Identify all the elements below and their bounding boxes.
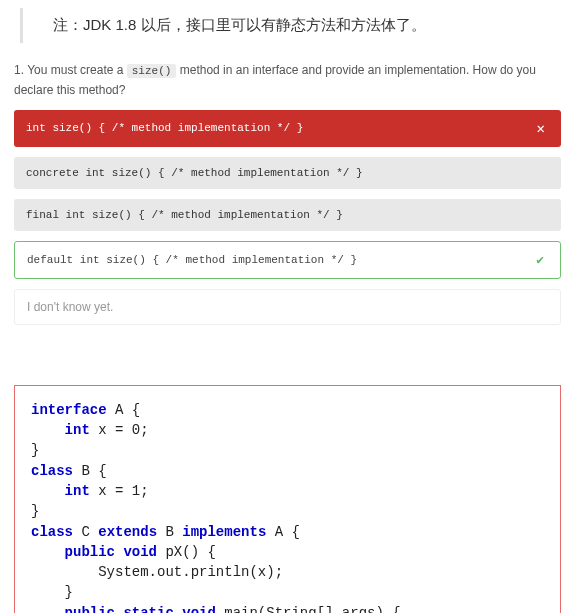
code-text: } bbox=[31, 442, 39, 458]
code-text: } bbox=[31, 584, 73, 600]
question-number: 1. bbox=[14, 63, 24, 77]
code-text bbox=[31, 422, 65, 438]
answer-option-idk[interactable]: I don't know yet. bbox=[14, 289, 561, 325]
code-block: interface A { int x = 0; } class B { int… bbox=[14, 385, 561, 613]
code-text bbox=[31, 544, 65, 560]
answer-text: final int size() { /* method implementat… bbox=[26, 209, 343, 221]
answer-option[interactable]: final int size() { /* method implementat… bbox=[14, 199, 561, 231]
answer-list: int size() { /* method implementation */… bbox=[0, 110, 575, 325]
answer-option-wrong[interactable]: int size() { /* method implementation */… bbox=[14, 110, 561, 147]
note-block: 注：JDK 1.8 以后，接口里可以有静态方法和方法体了。 bbox=[20, 8, 555, 43]
answer-text: concrete int size() { /* method implemen… bbox=[26, 167, 363, 179]
question-text: 1. You must create a size() method in an… bbox=[0, 61, 575, 110]
code-text: x = 1; bbox=[90, 483, 149, 499]
code-kw: class bbox=[31, 524, 73, 540]
close-icon: ✕ bbox=[533, 120, 549, 137]
code-text: x = 0; bbox=[90, 422, 149, 438]
code-text: C bbox=[73, 524, 98, 540]
code-kw: extends bbox=[98, 524, 157, 540]
code-kw: int bbox=[65, 483, 90, 499]
answer-option[interactable]: concrete int size() { /* method implemen… bbox=[14, 157, 561, 189]
check-icon: ✔ bbox=[532, 252, 548, 268]
code-kw: public void bbox=[65, 544, 157, 560]
note-text: 注：JDK 1.8 以后，接口里可以有静态方法和方法体了。 bbox=[53, 16, 426, 33]
question-prefix: You must create a bbox=[27, 63, 127, 77]
code-text: main(String[] args) { bbox=[216, 605, 401, 613]
code-text: A { bbox=[266, 524, 300, 540]
code-text: System.out.println(x); bbox=[31, 564, 283, 580]
code-kw: interface bbox=[31, 402, 107, 418]
code-text: pX() { bbox=[157, 544, 216, 560]
code-text: } bbox=[31, 503, 39, 519]
code-kw: class bbox=[31, 463, 73, 479]
code-text: B bbox=[157, 524, 182, 540]
code-kw: int bbox=[65, 422, 90, 438]
inline-code: size() bbox=[127, 64, 177, 78]
code-kw: implements bbox=[182, 524, 266, 540]
code-text bbox=[31, 483, 65, 499]
code-text bbox=[31, 605, 65, 613]
answer-text: default int size() { /* method implement… bbox=[27, 254, 357, 266]
answer-text: int size() { /* method implementation */… bbox=[26, 122, 303, 134]
code-text: A { bbox=[107, 402, 141, 418]
code-kw: public static void bbox=[65, 605, 216, 613]
answer-option-correct[interactable]: default int size() { /* method implement… bbox=[14, 241, 561, 279]
answer-text: I don't know yet. bbox=[27, 300, 113, 314]
code-text: B { bbox=[73, 463, 107, 479]
